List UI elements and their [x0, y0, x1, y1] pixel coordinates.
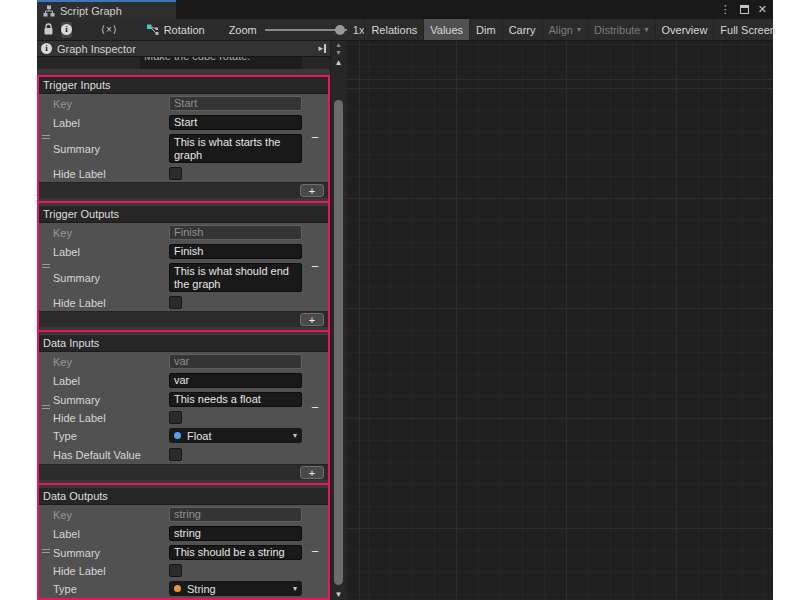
graph-inspector-panel: i Graph Inspector ▸ Make the cube rotate…: [37, 41, 330, 600]
field-label: Hide Label: [53, 168, 169, 180]
label-input[interactable]: Finish: [169, 244, 302, 259]
window-menu-icon[interactable]: ⋮: [720, 3, 731, 16]
window-close-icon[interactable]: ✕: [758, 3, 767, 16]
remove-item-button[interactable]: −: [307, 259, 323, 275]
zoom-value: 1x: [353, 24, 365, 36]
hide-label-checkbox[interactable]: [169, 296, 182, 309]
graph-summary-text: Make the cube rotate.: [140, 57, 302, 63]
remove-item-button[interactable]: −: [307, 400, 323, 416]
tab-script-graph[interactable]: Script Graph: [37, 0, 176, 19]
zoom-slider-handle[interactable]: [335, 25, 345, 35]
float-type-dot-icon: [174, 432, 181, 439]
label-input[interactable]: Start: [169, 115, 302, 130]
align-dropdown-button[interactable]: Align▾: [542, 19, 587, 40]
tab-bar: Script Graph ⋮ ✕: [37, 0, 773, 19]
summary-input[interactable]: This is what should end the graph: [169, 263, 302, 292]
string-type-dot-icon: [174, 585, 181, 592]
summary-input[interactable]: This is what starts the graph: [169, 134, 302, 163]
add-item-button[interactable]: +: [300, 466, 324, 479]
field-label: Label: [53, 117, 169, 129]
info-toggle-button[interactable]: i: [60, 21, 73, 39]
add-row: +: [39, 182, 328, 198]
chevron-down-icon: ▾: [293, 584, 297, 593]
lock-icon[interactable]: [43, 23, 54, 36]
section-header: Trigger Inputs: [39, 77, 328, 94]
rotation-icon: [146, 23, 159, 36]
remove-item-button[interactable]: −: [307, 130, 323, 146]
highlighted-sections: Trigger Inputs − Key Start Label Start: [37, 75, 330, 600]
script-graph-icon: [43, 5, 55, 17]
drag-handle-icon[interactable]: [42, 549, 50, 555]
type-dropdown[interactable]: Float ▾: [169, 428, 302, 443]
field-label: Type: [53, 430, 169, 442]
scroll-up-arrow-icon[interactable]: ▲: [331, 57, 346, 68]
drag-handle-icon[interactable]: [42, 135, 50, 141]
relations-button[interactable]: Relations: [364, 19, 423, 40]
full-screen-button[interactable]: Full Screen: [713, 19, 782, 40]
hide-label-checkbox[interactable]: [169, 564, 182, 577]
script-graph-window: Script Graph ⋮ ✕ i ⟨×⟩ Rotat: [37, 0, 773, 600]
hide-label-checkbox[interactable]: [169, 167, 182, 180]
section-trigger-outputs: Trigger Outputs − Key Finish Label Finis…: [39, 206, 328, 327]
zoom-slider[interactable]: [265, 24, 347, 36]
scroll-up-mini-icon[interactable]: ▲: [331, 41, 346, 49]
field-label: Label: [53, 246, 169, 258]
graph-summary-field[interactable]: Make the cube rotate.: [140, 57, 302, 69]
has-default-value-checkbox[interactable]: [169, 448, 182, 461]
dim-button[interactable]: Dim: [469, 19, 502, 40]
field-label: Label: [53, 375, 169, 387]
section-gap: [39, 480, 328, 488]
section-header: Data Inputs: [39, 335, 328, 352]
scroll-down-mini-icon[interactable]: ▼: [331, 49, 346, 57]
scroll-down-arrow-icon[interactable]: ▼: [331, 590, 346, 599]
add-row: +: [39, 311, 328, 327]
graph-inspector-header: i Graph Inspector ▸: [37, 41, 330, 57]
summary-input[interactable]: This should be a string: [169, 545, 302, 560]
section-header: Trigger Outputs: [39, 206, 328, 223]
distribute-dropdown-button[interactable]: Distribute▾: [587, 19, 654, 40]
add-item-button[interactable]: +: [300, 313, 324, 326]
collapse-panel-icon[interactable]: ▸: [318, 44, 326, 53]
key-input: var: [169, 354, 302, 369]
drag-handle-icon[interactable]: [42, 405, 50, 411]
field-label: Summary: [53, 272, 169, 284]
window-maximize-icon[interactable]: [740, 5, 749, 14]
key-input: string: [169, 507, 302, 522]
info-icon: i: [61, 24, 72, 35]
summary-input[interactable]: This needs a float: [169, 392, 302, 407]
rotation-label: Rotation: [164, 24, 205, 36]
remove-item-button[interactable]: −: [307, 544, 323, 560]
graph-inspector-title: Graph Inspector: [57, 43, 136, 55]
field-label: Key: [53, 98, 169, 110]
section-header: Data Outputs: [39, 488, 328, 505]
graph-toolbar: i ⟨×⟩ Rotation Zoom 1x Relations Values …: [37, 19, 773, 41]
field-label: Hide Label: [53, 565, 169, 577]
zoom-group: Zoom 1x: [229, 24, 365, 36]
section-gap: [39, 198, 328, 206]
carry-button[interactable]: Carry: [502, 19, 542, 40]
label-input[interactable]: string: [169, 526, 302, 541]
scrolled-summary-row: Make the cube rotate.: [37, 57, 330, 69]
scrollbar-thumb[interactable]: [334, 100, 343, 585]
graph-canvas[interactable]: [346, 41, 773, 600]
label-input[interactable]: var: [169, 373, 302, 388]
field-label: Summary: [53, 547, 169, 559]
field-label: Summary: [53, 394, 169, 406]
values-button[interactable]: Values: [423, 19, 469, 40]
add-item-button[interactable]: +: [300, 184, 324, 197]
field-label: Hide Label: [53, 412, 169, 424]
overview-button[interactable]: Overview: [655, 19, 714, 40]
field-label: Has Default Value: [53, 449, 169, 461]
port-item: − Key Start Label Start Summary This is …: [39, 94, 328, 182]
type-dropdown[interactable]: String ▾: [169, 581, 302, 596]
hide-label-checkbox[interactable]: [169, 411, 182, 424]
inspector-scrollbar[interactable]: ▲ ▼ ▲ ▼: [330, 41, 346, 600]
drag-handle-icon[interactable]: [42, 264, 50, 270]
edit-graph-icon[interactable]: ⟨×⟩: [101, 24, 118, 35]
field-label: Key: [53, 509, 169, 521]
field-label: Hide Label: [53, 297, 169, 309]
add-row: +: [39, 464, 328, 480]
zoom-label: Zoom: [229, 24, 257, 36]
field-label: Key: [53, 356, 169, 368]
info-icon: i: [41, 43, 52, 54]
